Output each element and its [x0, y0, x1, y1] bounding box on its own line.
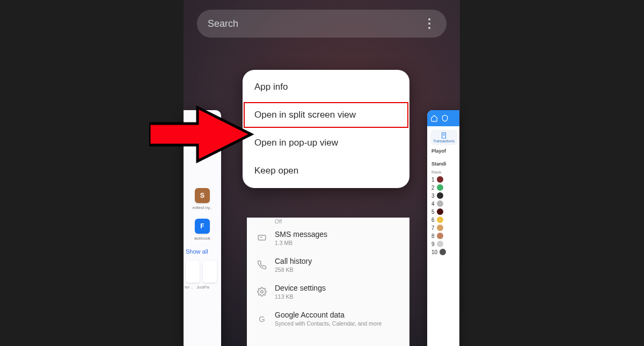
menu-popup-view[interactable]: Open in pop-up view: [243, 129, 409, 157]
recents-card-left[interactable]: S edtest by.. F acebook Show all ter .. …: [184, 110, 221, 346]
rank-row: 4: [431, 200, 459, 207]
app-tile-speedtest[interactable]: S edtest by..: [184, 188, 221, 210]
setting-off-label: Off: [275, 219, 409, 225]
app-header-bar: [427, 110, 459, 126]
menu-app-info[interactable]: App info: [243, 73, 409, 101]
rank-row: 8: [431, 233, 459, 239]
rank-row: 10: [431, 249, 459, 255]
receipt-icon: [440, 132, 448, 139]
transactions-tab[interactable]: Transactions: [430, 129, 457, 145]
phone-screen: Search S edtest by.. F acebook Show all …: [184, 0, 460, 346]
search-bar[interactable]: Search: [197, 10, 447, 38]
context-menu: App info Open in split screen view Open …: [243, 70, 409, 188]
phone-icon: [257, 260, 267, 270]
app-tile-facebook[interactable]: F acebook: [184, 219, 221, 241]
menu-split-screen[interactable]: Open in split screen view: [243, 101, 409, 129]
settings-row-device[interactable]: Device settings 113 KB: [247, 278, 409, 305]
rank-row: 3: [431, 192, 459, 199]
show-all-link[interactable]: Show all: [186, 248, 221, 255]
mini-card[interactable]: [186, 261, 200, 283]
shield-icon: [441, 114, 449, 122]
recents-card-center-settings[interactable]: Off SMS messages 1.3 MB Call history 258…: [247, 218, 409, 346]
gear-icon: [257, 287, 267, 297]
mini-card[interactable]: [203, 261, 217, 283]
home-icon: [430, 114, 438, 122]
settings-row-google[interactable]: G Google Account data Synced with Contac…: [247, 305, 409, 332]
more-icon[interactable]: [423, 17, 436, 30]
rank-header: Rank: [431, 170, 456, 175]
rank-row: 9: [431, 241, 459, 247]
headline: Playof: [431, 148, 456, 154]
settings-row-sms[interactable]: SMS messages 1.3 MB: [247, 225, 409, 251]
rank-row: 1: [431, 176, 459, 183]
message-icon: [257, 233, 267, 243]
search-placeholder: Search: [208, 18, 238, 30]
rank-row: 2: [431, 184, 459, 191]
menu-keep-open[interactable]: Keep open: [243, 157, 409, 185]
standings-title: Standi: [431, 161, 456, 167]
rank-row: 5: [431, 208, 459, 215]
google-icon: G: [257, 314, 267, 323]
svg-point-1: [261, 291, 264, 293]
settings-row-call[interactable]: Call history 258 KB: [247, 251, 409, 278]
rank-row: 7: [431, 225, 459, 231]
recents-card-right[interactable]: Transactions Playof Standi Rank 1 2 3 4 …: [427, 110, 459, 346]
rank-row: 6: [431, 217, 459, 223]
